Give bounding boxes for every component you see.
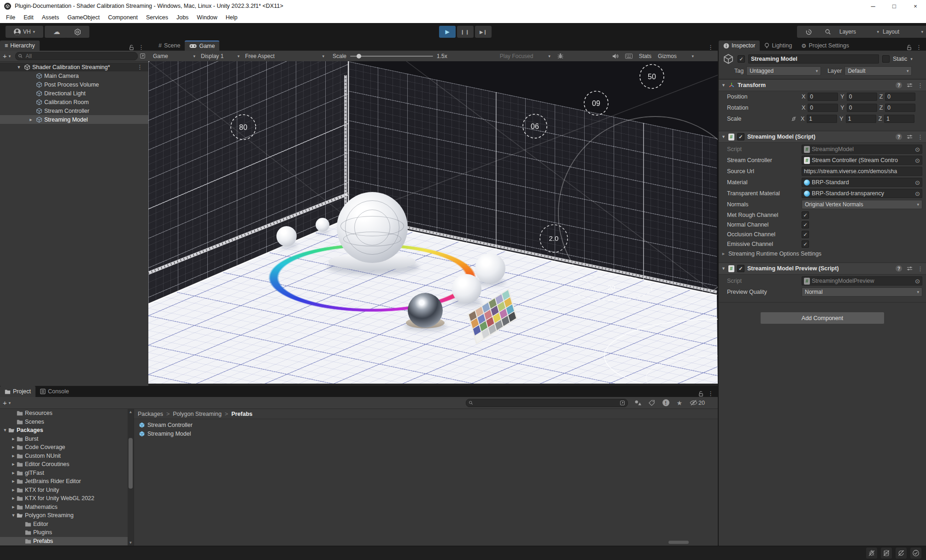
breadcrumb-packages[interactable]: Packages: [138, 411, 163, 417]
progress-idle-check-icon[interactable]: [910, 548, 921, 559]
project-folder-polygon-streaming[interactable]: ▼ Polygon Streaming: [0, 511, 134, 520]
object-picker-icon[interactable]: ⊙: [915, 190, 920, 197]
play-focused-dropdown[interactable]: Play Focused▾: [497, 53, 553, 59]
tab-inspector[interactable]: Inspector: [719, 41, 760, 51]
chevron-down-icon[interactable]: ▾: [9, 54, 11, 58]
hidden-packages-toggle[interactable]: 20: [690, 400, 705, 406]
foldout-open-icon[interactable]: ▼: [721, 83, 726, 88]
foldout-closed-icon[interactable]: ►: [10, 445, 17, 449]
scrollbar-handle[interactable]: [668, 541, 689, 544]
breadcrumb-prefabs[interactable]: Prefabs: [231, 411, 252, 417]
project-folder-resources[interactable]: Resources: [0, 409, 134, 418]
project-search-input[interactable]: [475, 399, 617, 407]
kebab-menu-icon[interactable]: ⋮: [137, 64, 143, 70]
layer-dropdown[interactable]: Default▾: [844, 66, 912, 76]
tab-game[interactable]: Game: [185, 41, 219, 51]
lock-icon[interactable]: [698, 391, 703, 397]
foldout-closed-icon[interactable]: ►: [10, 488, 17, 492]
foldout-open-icon[interactable]: ▼: [721, 134, 726, 139]
scrollbar-handle[interactable]: [129, 438, 133, 489]
close-button[interactable]: ×: [905, 0, 926, 12]
lock-icon[interactable]: [129, 45, 134, 50]
preview-script-object-field[interactable]: #StreamingModelPreview⊙: [802, 276, 922, 286]
foldout-closed-icon[interactable]: ►: [10, 505, 17, 509]
hierarchy-item-post-process-volume[interactable]: Post Process Volume: [0, 80, 148, 89]
create-add-button[interactable]: +: [3, 399, 7, 407]
gizmos-dropdown[interactable]: Gizmos▾: [655, 53, 697, 59]
scale-slider-knob[interactable]: [357, 54, 361, 58]
kebab-menu-icon[interactable]: ⋮: [917, 265, 923, 272]
project-folder-scenes[interactable]: Scenes: [0, 418, 134, 426]
files-hscrollbar[interactable]: [134, 539, 718, 545]
object-picker-icon[interactable]: ⊙: [915, 146, 920, 153]
step-button[interactable]: ▶❙: [475, 26, 492, 38]
component-enabled-checkbox[interactable]: ✓: [737, 133, 744, 140]
normals-dropdown[interactable]: Original Vertex Normals▾: [802, 200, 922, 209]
foldout-closed-icon[interactable]: ►: [10, 471, 17, 475]
presets-icon[interactable]: [907, 134, 913, 140]
aspect-dropdown[interactable]: Free Aspect▾: [242, 53, 327, 59]
transparent-material-object-field[interactable]: BRP-Standard-transparency⊙: [802, 189, 922, 198]
active-checkbox[interactable]: ✓: [738, 55, 745, 63]
tab-scene[interactable]: # Scene: [154, 41, 185, 51]
position-y-input[interactable]: [847, 93, 877, 101]
channel-checkbox[interactable]: ✓: [802, 221, 809, 228]
hierarchy-item-calibration-room[interactable]: Calibration Room: [0, 98, 148, 106]
tab-project-settings[interactable]: ⚙ Project Settings: [797, 41, 854, 51]
scale-y-input[interactable]: [846, 115, 876, 123]
maximize-button[interactable]: □: [884, 0, 905, 12]
alert-icon[interactable]: !: [662, 399, 669, 406]
hierarchy-item-main-camera[interactable]: Main Camera: [0, 71, 148, 80]
favorites-star-icon[interactable]: ★: [677, 399, 683, 407]
search-by-label-icon[interactable]: [649, 400, 655, 406]
unity-hub-button[interactable]: [65, 26, 89, 38]
cache-server-disconnected-icon[interactable]: [881, 548, 892, 559]
static-checkbox[interactable]: [882, 55, 890, 63]
display-dropdown[interactable]: Display 1▾: [198, 53, 242, 59]
project-folder-packages[interactable]: ▼ Packages: [0, 426, 134, 435]
position-z-input[interactable]: [885, 93, 915, 101]
asset-streaming-model[interactable]: Streaming Model: [134, 429, 718, 438]
hierarchy-scene-row[interactable]: ▼ Shader Calibration Streaming* ⋮: [0, 63, 148, 71]
project-folder-code-coverage[interactable]: ► Code Coverage: [0, 443, 134, 452]
channel-checkbox[interactable]: ✓: [802, 231, 809, 238]
project-folder-plugins[interactable]: Plugins: [0, 528, 134, 537]
project-folder-prefabs[interactable]: Prefabs: [0, 537, 134, 546]
project-folder-custom-nunit[interactable]: ► Custom NUnit: [0, 452, 134, 461]
debugger-detached-icon[interactable]: [866, 548, 877, 559]
menu-file[interactable]: File: [2, 14, 19, 21]
presets-icon[interactable]: [907, 82, 913, 88]
game-viewport[interactable]: 80 50 09 06 2.0 20: [148, 61, 718, 384]
object-picker-icon[interactable]: ⊙: [915, 179, 920, 186]
foldout-open-icon[interactable]: ▼: [10, 513, 17, 518]
game-display-target-dropdown[interactable]: Game▾: [150, 53, 198, 59]
tab-hierarchy[interactable]: ≡ Hierarchy: [0, 41, 40, 51]
help-icon[interactable]: ?: [896, 82, 902, 88]
account-button[interactable]: VH ▾: [6, 26, 43, 38]
on-screen-keyboard-icon[interactable]: [625, 53, 633, 59]
script-object-field[interactable]: #StreamingModel⊙: [802, 145, 922, 154]
hierarchy-search-input[interactable]: [25, 52, 135, 60]
kebab-menu-icon[interactable]: ⋮: [917, 134, 923, 140]
menu-component[interactable]: Component: [104, 14, 142, 21]
mute-audio-icon[interactable]: [612, 53, 619, 59]
auto-refresh-disabled-icon[interactable]: [896, 548, 907, 559]
project-folder-mathematics[interactable]: ► Mathematics: [0, 503, 134, 512]
object-picker-icon[interactable]: ⊙: [915, 157, 920, 164]
help-icon[interactable]: ?: [896, 134, 902, 140]
rotation-y-input[interactable]: [847, 104, 877, 112]
menu-window[interactable]: Window: [193, 14, 221, 21]
object-picker-icon[interactable]: ⊙: [915, 278, 920, 285]
scale-z-input[interactable]: [884, 115, 914, 123]
breadcrumb-polygon-streaming[interactable]: Polygon Streaming: [173, 411, 222, 417]
layers-dropdown[interactable]: Layers ▾: [836, 26, 883, 38]
foldout-closed-icon[interactable]: ►: [10, 437, 17, 441]
menu-edit[interactable]: Edit: [19, 14, 38, 21]
scale-x-input[interactable]: [807, 115, 837, 123]
asset-stream-controller[interactable]: Stream Controller: [134, 420, 718, 429]
pause-button[interactable]: ❙❙: [457, 26, 474, 38]
kebab-menu-icon[interactable]: ⋮: [916, 44, 922, 51]
scroll-down-icon[interactable]: ▼: [129, 541, 133, 545]
debug-bug-icon[interactable]: [557, 52, 564, 59]
project-folder-editor[interactable]: Editor: [0, 520, 134, 529]
